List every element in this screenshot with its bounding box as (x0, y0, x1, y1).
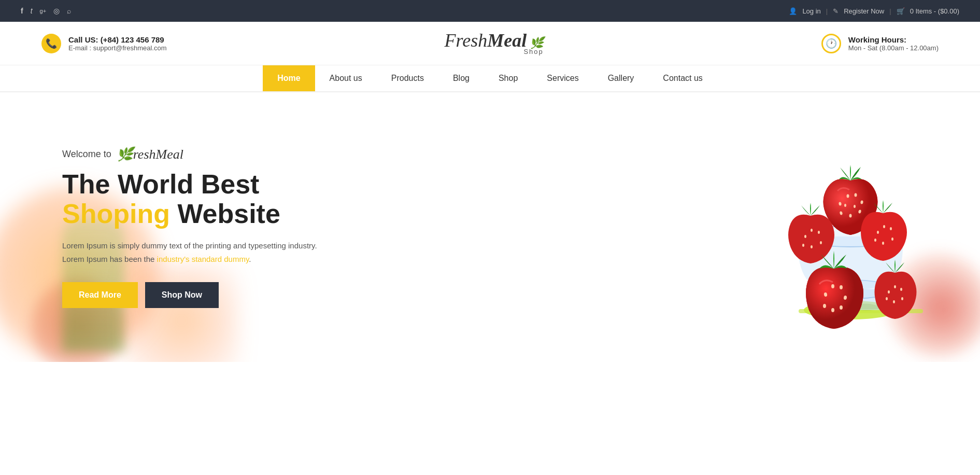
svg-point-9 (847, 194, 849, 198)
svg-point-30 (831, 284, 834, 288)
logo-fresh: Fresh (445, 30, 488, 51)
svg-point-23 (877, 231, 879, 234)
main-nav: Home About us Products Blog Shop Service… (0, 65, 980, 92)
svg-point-41 (886, 297, 888, 300)
nav-contact[interactable]: Contact us (648, 65, 717, 91)
facebook-link[interactable]: f (21, 7, 23, 15)
working-hours-sub: Mon - Sat (8.00am - 12.00am) (848, 44, 939, 52)
hero-desc-line2: Lorem Ipsum has been the (62, 255, 157, 263)
logo-meal: Meal (487, 30, 527, 51)
contact-text: Call US: (+84) 123 456 789 E-mail : supp… (68, 35, 166, 52)
svg-point-34 (831, 308, 834, 312)
user-icon: 👤 (789, 7, 797, 15)
hero-desc-line1: Lorem Ipsum is simply dummy text of the … (62, 241, 317, 250)
svg-point-10 (855, 193, 857, 197)
read-more-button[interactable]: Read More (62, 282, 138, 308)
svg-point-25 (890, 227, 892, 230)
svg-point-31 (840, 285, 843, 289)
cart-link[interactable]: 0 Items - ($0.00) (910, 7, 959, 15)
login-link[interactable]: Log in (802, 7, 820, 15)
auth-cart-area: 👤 Log in | ✎ Register Now | 🛒 0 Items - … (789, 7, 959, 15)
separator-2: | (889, 7, 891, 15)
svg-point-13 (849, 214, 852, 218)
shop-now-button[interactable]: Shop Now (145, 282, 219, 308)
hero-title-highlight: Shoping (62, 199, 170, 229)
cart-icon: 🛒 (897, 7, 905, 15)
svg-point-36 (888, 290, 890, 294)
svg-point-40 (893, 300, 895, 303)
hours-text: Working Hours: Mon - Sat (8.00am - 12.00… (848, 35, 939, 52)
nav-home[interactable]: Home (263, 65, 315, 91)
svg-point-24 (883, 225, 885, 228)
social-links: f t g+ ◎ ⌕ (21, 7, 71, 15)
svg-point-16 (854, 205, 856, 208)
hero-title: The World Best Shoping Website (62, 170, 321, 229)
hero-title-part2: Website (170, 199, 280, 229)
nav-shop[interactable]: Shop (484, 65, 532, 91)
nav-gallery[interactable]: Gallery (593, 65, 649, 91)
svg-point-17 (804, 235, 806, 238)
working-hours: 🕐 Working Hours: Mon - Sat (8.00am - 12.… (821, 34, 939, 53)
strawberry-svg (768, 123, 933, 331)
phone-icon: 📞 (41, 34, 61, 53)
hero-brand: 🌿reshMeal (117, 146, 183, 162)
hero-desc-link: industry's standard dummy (157, 255, 249, 263)
svg-point-37 (894, 285, 896, 288)
site-header: 📞 Call US: (+84) 123 456 789 E-mail : su… (0, 22, 980, 65)
welcome-text: Welcome to (62, 149, 111, 160)
register-link[interactable]: Register Now (844, 7, 884, 15)
svg-point-35 (823, 304, 826, 308)
svg-point-39 (901, 297, 903, 300)
edit-icon: ✎ (833, 7, 839, 15)
svg-point-33 (840, 305, 843, 310)
nav-products[interactable]: Products (377, 65, 438, 91)
top-bar: f t g+ ◎ ⌕ 👤 Log in | ✎ Register Now | 🛒… (0, 0, 980, 22)
logo-text: FreshMeal 🌿 (445, 31, 544, 50)
email-address: E-mail : support@freshmeal.com (68, 44, 166, 52)
hero-description: Lorem Ipsum is simply dummy text of the … (62, 239, 321, 266)
phone-number: Call US: (+84) 123 456 789 (68, 35, 166, 44)
nav-blog[interactable]: Blog (438, 65, 484, 91)
contact-info: 📞 Call US: (+84) 123 456 789 E-mail : su… (41, 34, 166, 53)
svg-point-26 (891, 238, 893, 241)
site-logo[interactable]: FreshMeal 🌿 Shop (445, 31, 544, 55)
hero-title-part1: The World Best (62, 169, 259, 199)
svg-point-18 (811, 229, 813, 232)
svg-point-22 (802, 244, 804, 247)
nav-services[interactable]: Services (532, 65, 593, 91)
hero-section: Welcome to 🌿reshMeal The World Best Shop… (0, 92, 980, 362)
instagram-link[interactable]: ◎ (53, 7, 60, 15)
svg-point-38 (900, 288, 902, 291)
clock-icon: 🕐 (821, 34, 841, 53)
svg-point-20 (820, 241, 822, 244)
nav-about[interactable]: About us (315, 65, 377, 91)
hero-cta-buttons: Read More Shop Now (62, 282, 321, 308)
svg-point-21 (811, 245, 813, 248)
hero-content: Welcome to 🌿reshMeal The World Best Shop… (0, 115, 321, 339)
svg-point-15 (844, 204, 846, 207)
separator-1: | (826, 7, 828, 15)
search-link[interactable]: ⌕ (67, 7, 71, 15)
hero-product-image (762, 108, 939, 331)
svg-point-27 (882, 242, 884, 245)
svg-point-19 (818, 231, 820, 234)
working-hours-title: Working Hours: (848, 35, 939, 44)
svg-point-28 (874, 239, 876, 242)
googleplus-link[interactable]: g+ (40, 8, 47, 14)
hero-welcome-line: Welcome to 🌿reshMeal (62, 146, 321, 162)
twitter-link[interactable]: t (31, 7, 33, 15)
brand-leaf-icon: 🌿 (117, 147, 133, 162)
hero-desc-end: . (249, 255, 251, 263)
